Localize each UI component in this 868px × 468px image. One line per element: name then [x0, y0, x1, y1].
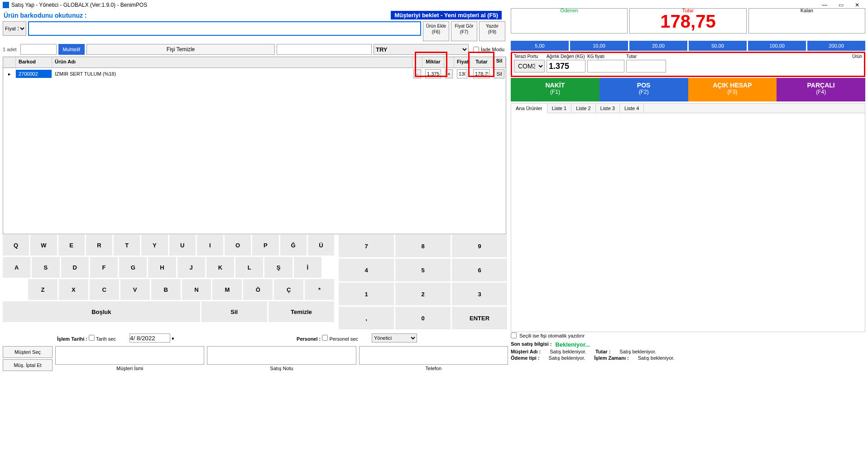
- key-b[interactable]: B: [151, 279, 181, 300]
- add-product-button[interactable]: Ürün Ekle(F6): [423, 21, 449, 41]
- key-m[interactable]: M: [212, 279, 242, 300]
- date-picker[interactable]: [129, 333, 170, 343]
- currency-select[interactable]: TRY: [374, 44, 469, 55]
- pos-button[interactable]: POS(F2): [599, 78, 688, 101]
- key-d[interactable]: D: [61, 257, 89, 278]
- key-r[interactable]: R: [86, 235, 112, 256]
- key-ğ[interactable]: Ğ: [280, 235, 307, 256]
- key-k[interactable]: K: [206, 257, 234, 278]
- tab-list-4[interactable]: Liste 4: [620, 104, 644, 113]
- amount-10[interactable]: 10,00: [570, 41, 628, 51]
- numpad-ENTER[interactable]: ENTER: [452, 307, 507, 329]
- key-p[interactable]: P: [252, 235, 278, 256]
- phone-input[interactable]: [359, 346, 508, 365]
- key-i̇[interactable]: İ: [294, 257, 321, 278]
- key-e[interactable]: E: [58, 235, 85, 256]
- key-ö[interactable]: Ö: [243, 279, 273, 300]
- tab-list-2[interactable]: Liste 2: [571, 104, 595, 113]
- key-ç[interactable]: Ç: [274, 279, 303, 300]
- cell-barcode[interactable]: 2700002: [16, 70, 52, 78]
- amount-20[interactable]: 20,00: [629, 41, 687, 51]
- numpad-,[interactable]: ,: [339, 307, 394, 329]
- numpad-3[interactable]: 3: [452, 283, 507, 305]
- key-q[interactable]: Q: [3, 235, 29, 256]
- numpad-9[interactable]: 9: [452, 235, 507, 257]
- key-space[interactable]: Boşluk: [3, 301, 200, 322]
- key-s[interactable]: S: [32, 257, 59, 278]
- key-v[interactable]: V: [120, 279, 150, 300]
- amount-100[interactable]: 100,00: [748, 41, 806, 51]
- key-x[interactable]: X: [59, 279, 88, 300]
- cash-button[interactable]: NAKİT(F1): [511, 78, 599, 101]
- key-n[interactable]: N: [182, 279, 211, 300]
- staff-select[interactable]: Yönetici: [372, 333, 417, 343]
- amount-200[interactable]: 200,00: [807, 41, 865, 51]
- misc-button[interactable]: Muhtelif: [58, 44, 85, 55]
- key-j[interactable]: J: [177, 257, 205, 278]
- key-i[interactable]: I: [197, 235, 223, 256]
- numpad-1[interactable]: 1: [339, 283, 394, 305]
- amount-5[interactable]: 5,00: [511, 41, 569, 51]
- tab-main-products[interactable]: Ana Ürünler: [511, 104, 547, 113]
- cell-product[interactable]: IZMIR SERT TULUM (%18): [52, 70, 412, 78]
- scale-port-select[interactable]: COM3: [514, 60, 545, 72]
- return-mode-label: İade Modu: [481, 47, 504, 52]
- open-account-button[interactable]: AÇIK HESAP(F3): [688, 78, 777, 101]
- sale-note-input[interactable]: [207, 346, 356, 365]
- key-clear[interactable]: Temizle: [269, 301, 334, 322]
- key-c[interactable]: C: [90, 279, 119, 300]
- customer-name-input[interactable]: [55, 346, 204, 365]
- clear-receipt-button[interactable]: Fişi Temizle: [86, 44, 275, 55]
- view-price-button[interactable]: Fiyat Gör(F7): [451, 21, 477, 41]
- sale-note-label: Satış Notu: [207, 366, 356, 371]
- numpad-0[interactable]: 0: [395, 307, 451, 329]
- tab-list-1[interactable]: Liste 1: [547, 104, 571, 113]
- key-delete[interactable]: Sil: [201, 301, 267, 322]
- numpad-5[interactable]: 5: [395, 259, 451, 281]
- kg-price-input[interactable]: [587, 60, 624, 72]
- staff-select-checkbox[interactable]: [322, 335, 328, 341]
- key-ş[interactable]: Ş: [264, 257, 292, 278]
- grid-row[interactable]: ▸ 2700002 IZMIR SERT TULUM (%18) - + Sil: [3, 68, 506, 80]
- qty-plus-button[interactable]: +: [445, 69, 453, 78]
- date-select-checkbox[interactable]: [89, 335, 95, 341]
- key-f[interactable]: F: [90, 257, 118, 278]
- key-*[interactable]: *: [305, 279, 334, 300]
- split-button[interactable]: PARÇALI(F4): [777, 78, 865, 101]
- key-y[interactable]: Y: [141, 235, 168, 256]
- key-u[interactable]: U: [169, 235, 196, 256]
- tab-list-3[interactable]: Liste 3: [596, 104, 620, 113]
- cancel-customer-button[interactable]: Müş. İptal Et: [3, 359, 53, 371]
- key-w[interactable]: W: [30, 235, 57, 256]
- numpad-8[interactable]: 8: [395, 235, 451, 257]
- numpad-2[interactable]: 2: [395, 283, 451, 305]
- qty-minus-button[interactable]: -: [413, 69, 421, 78]
- key-o[interactable]: O: [225, 235, 251, 256]
- price-input-cell[interactable]: [457, 69, 467, 78]
- key-t[interactable]: T: [114, 235, 140, 256]
- select-customer-button[interactable]: Müşteri Seç: [3, 346, 53, 358]
- row-delete-button[interactable]: Sil: [494, 69, 504, 78]
- key-a[interactable]: A: [3, 257, 30, 278]
- barcode-input[interactable]: [28, 21, 421, 36]
- qty-input-cell[interactable]: [425, 69, 441, 78]
- return-mode-checkbox[interactable]: [473, 47, 479, 53]
- amount-50[interactable]: 50,00: [689, 41, 747, 51]
- scale-weight-input[interactable]: [547, 60, 585, 72]
- search-input[interactable]: [277, 44, 372, 55]
- total-input-cell[interactable]: [473, 69, 490, 78]
- print-button[interactable]: Yazdır(F9): [479, 21, 505, 41]
- qty-input[interactable]: [20, 44, 57, 55]
- key-h[interactable]: H: [148, 257, 176, 278]
- numpad-7[interactable]: 7: [339, 235, 394, 257]
- numpad-6[interactable]: 6: [452, 259, 507, 281]
- scale-total-input[interactable]: [626, 60, 666, 72]
- key-ü[interactable]: Ü: [308, 235, 334, 256]
- key-l[interactable]: L: [235, 257, 263, 278]
- key-g[interactable]: G: [119, 257, 147, 278]
- numpad-4[interactable]: 4: [339, 259, 394, 281]
- customer-wait-button[interactable]: Müşteriyi beklet - Yeni müşteri al (F5): [391, 11, 502, 19]
- auto-print-checkbox[interactable]: [511, 333, 517, 338]
- key-z[interactable]: Z: [28, 279, 58, 300]
- price-select[interactable]: Fiyat 1: [3, 21, 26, 36]
